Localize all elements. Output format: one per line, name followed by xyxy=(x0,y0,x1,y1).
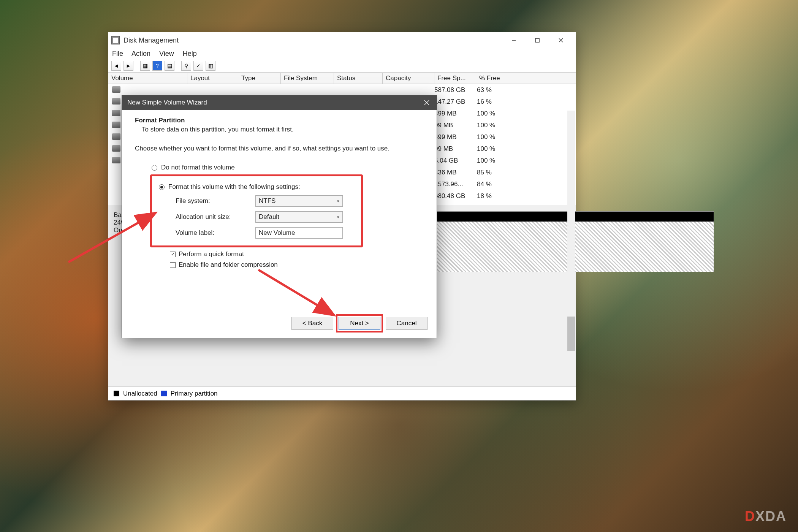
filesystem-row: File system: NTFS▾ xyxy=(176,195,356,207)
col-type[interactable]: Type xyxy=(238,73,281,84)
radio-do-not-format[interactable]: Do not format this volume xyxy=(152,164,424,171)
maximize-button[interactable] xyxy=(526,32,549,48)
toolbar: ◄ ► ▦ ? ▤ ⚲ ✓ ▥ xyxy=(108,59,576,73)
watermark: DXDA xyxy=(745,508,787,524)
back-icon[interactable]: ◄ xyxy=(111,61,121,71)
table-row: 99 MB100 % xyxy=(434,119,515,131)
dialog-titlebar[interactable]: New Simple Volume Wizard xyxy=(122,95,437,110)
table-row: 5.04 GB100 % xyxy=(434,155,515,166)
quick-format-checkbox-row[interactable]: ✓ Perform a quick format xyxy=(170,250,424,258)
partition-header-bar xyxy=(391,212,714,222)
table-row: 499 MB100 % xyxy=(434,131,515,143)
col-filesystem[interactable]: File System xyxy=(281,73,334,84)
menu-action[interactable]: Action xyxy=(131,50,150,57)
volumelabel-input[interactable]: New Volume xyxy=(255,227,343,239)
table-row: 680.48 GB18 % xyxy=(434,190,515,202)
partition-hatched-area xyxy=(391,222,714,272)
close-button[interactable] xyxy=(549,32,573,48)
allocation-dropdown[interactable]: Default▾ xyxy=(255,211,343,223)
toolbar-icon[interactable]: ✓ xyxy=(193,61,203,71)
dialog-subheader: To store data on this partition, you mus… xyxy=(142,126,424,133)
filesystem-dropdown[interactable]: NTFS▾ xyxy=(255,195,343,207)
radio-label: Format this volume with the following se… xyxy=(168,183,300,191)
col-volume[interactable]: Volume xyxy=(108,73,187,84)
forward-icon[interactable]: ► xyxy=(124,61,133,71)
checkbox-label: Enable file and folder compression xyxy=(179,261,278,269)
table-row: 499 MB100 % xyxy=(434,108,515,119)
dialog-body: Format Partition To store data on this p… xyxy=(122,110,437,314)
toolbar-icon[interactable]: ▤ xyxy=(165,61,174,71)
dialog-footer: < Back Next > Cancel xyxy=(122,314,437,338)
legend-unallocated-label: Unallocated xyxy=(123,390,157,397)
app-icon xyxy=(111,36,120,44)
legend: Unallocated Primary partition xyxy=(108,386,576,400)
titlebar[interactable]: Disk Management xyxy=(108,32,576,48)
table-row: 436 MB85 % xyxy=(434,166,515,178)
new-simple-volume-wizard-dialog: New Simple Volume Wizard Format Partitio… xyxy=(122,95,437,338)
scroll-thumb[interactable] xyxy=(567,317,575,351)
volume-icons xyxy=(112,86,120,169)
radio-format-with-settings[interactable]: Format this volume with the following se… xyxy=(159,183,356,191)
col-freespace[interactable]: Free Sp... xyxy=(434,73,476,84)
legend-swatch-unallocated xyxy=(114,391,119,396)
column-headers[interactable]: Volume Layout Type File System Status Ca… xyxy=(108,73,576,84)
radio-icon[interactable] xyxy=(159,184,165,190)
chevron-down-icon: ▾ xyxy=(337,199,339,204)
checkbox-icon[interactable] xyxy=(170,262,176,268)
col-status[interactable]: Status xyxy=(334,73,383,84)
checkbox-icon[interactable]: ✓ xyxy=(170,252,176,257)
col-pctfree[interactable]: % Free xyxy=(476,73,514,84)
legend-primary-label: Primary partition xyxy=(171,390,218,397)
radio-label: Do not format this volume xyxy=(161,164,235,171)
chevron-down-icon: ▾ xyxy=(337,215,339,220)
volumelabel-label: Volume label: xyxy=(176,229,255,237)
format-settings-highlight-box: Format this volume with the following se… xyxy=(150,174,363,247)
toolbar-icon[interactable]: ⚲ xyxy=(181,61,191,71)
back-button[interactable]: < Back xyxy=(291,317,333,330)
col-capacity[interactable]: Capacity xyxy=(383,73,434,84)
toolbar-icon[interactable]: ▥ xyxy=(206,61,215,71)
filesystem-label: File system: xyxy=(176,197,255,205)
next-button[interactable]: Next > xyxy=(339,317,380,330)
table-row: 1573.96...84 % xyxy=(434,178,515,190)
col-layout[interactable]: Layout xyxy=(187,73,238,84)
dialog-instruction: Choose whether you want to format this v… xyxy=(135,145,424,152)
toolbar-icon[interactable]: ▦ xyxy=(140,61,150,71)
compression-checkbox-row[interactable]: Enable file and folder compression xyxy=(170,261,424,269)
window-title: Disk Management xyxy=(124,36,502,44)
allocation-label: Allocation unit size: xyxy=(176,213,255,221)
vertical-scrollbar[interactable] xyxy=(567,111,575,385)
radio-icon[interactable] xyxy=(152,165,157,171)
checkbox-label: Perform a quick format xyxy=(179,250,244,258)
volumelabel-row: Volume label: New Volume xyxy=(176,227,356,239)
table-row: 587.08 GB63 % xyxy=(434,84,515,96)
menu-view[interactable]: View xyxy=(159,50,174,57)
svg-rect-1 xyxy=(535,38,539,42)
freespace-column-data: 587.08 GB63 % 147.27 GB16 % 499 MB100 % … xyxy=(434,84,515,202)
menu-file[interactable]: File xyxy=(112,50,123,57)
dialog-close-button[interactable] xyxy=(422,98,431,107)
help-icon[interactable]: ? xyxy=(152,61,162,71)
menu-help[interactable]: Help xyxy=(183,50,197,57)
table-row: 99 MB100 % xyxy=(434,143,515,155)
cancel-button[interactable]: Cancel xyxy=(386,317,428,330)
dialog-title: New Simple Volume Wizard xyxy=(127,99,207,106)
menubar: File Action View Help xyxy=(108,48,576,59)
table-row: 147.27 GB16 % xyxy=(434,96,515,108)
allocation-row: Allocation unit size: Default▾ xyxy=(176,211,356,223)
dialog-header: Format Partition xyxy=(135,117,424,124)
legend-swatch-primary xyxy=(161,391,167,396)
minimize-button[interactable] xyxy=(502,32,526,48)
